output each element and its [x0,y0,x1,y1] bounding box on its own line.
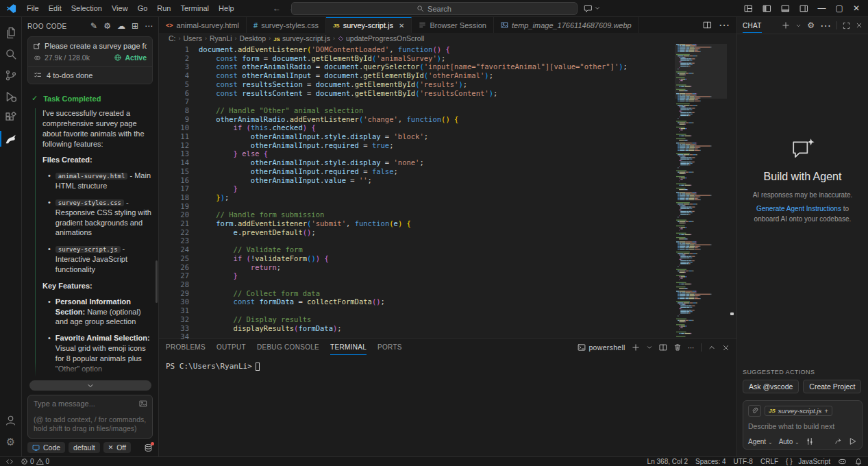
close-panel-button[interactable] [722,344,730,352]
auto-approve-toggle[interactable]: ✕ Off [103,442,131,453]
terminal-more-button[interactable]: ⋯ [688,344,695,352]
account-button[interactable] [0,410,22,431]
eol-sequence[interactable]: CRLF [760,458,778,465]
toggle-secondary-sidebar-button[interactable] [799,4,808,13]
new-terminal-button[interactable] [632,343,640,352]
voice-dictation-button[interactable] [834,437,843,445]
activity-item-search[interactable] [0,43,22,64]
task-card[interactable]: Please create a survey page for m... 27.… [27,36,153,84]
editor-tab[interactable]: JSsurvey-script.js✕ [326,17,412,33]
roo-code-sidebar: ROO CODE ✎ ⚙ ☁ ⊞ ⋯ Please create a surve… [22,17,159,456]
more-actions-button[interactable]: ⋯ [145,22,153,30]
mode-selector-code[interactable]: Code [27,442,65,453]
panel-tab-debug-console[interactable]: DEBUG CONSOLE [257,340,319,355]
customize-layout-button[interactable] [744,4,753,13]
terminal-dropdown-button[interactable] [646,344,653,351]
activity-item-extensions[interactable] [0,107,22,128]
cursor-position[interactable]: Ln 368, Col 2 [647,458,689,465]
close-tab-icon[interactable]: ✕ [399,22,404,29]
code-line [199,97,736,106]
command-center-search[interactable]: Search [291,2,578,15]
kill-terminal-button[interactable] [673,343,682,352]
maximize-panel-button[interactable] [708,343,716,352]
todos-row[interactable]: 4 to-dos done [28,67,152,84]
breadcrumb-segment[interactable]: C: [169,34,176,42]
history-back-button[interactable]: ← [273,3,281,13]
close-window-button[interactable]: ✕ [853,3,860,13]
scroll-to-bottom-button[interactable] [29,380,151,391]
menu-file[interactable]: File [22,2,44,14]
encoding[interactable]: UTF-8 [734,458,753,465]
breadcrumb-segment[interactable]: RyanLi [210,34,232,42]
menu-terminal[interactable]: Terminal [176,2,214,14]
code-editor[interactable]: 1234567891011121314151617181920212223242… [159,44,736,338]
panel-tab-problems[interactable]: PROBLEMS [166,340,206,355]
add-image-button[interactable] [139,400,147,408]
suggested-action-button[interactable]: Ask @vscode [743,380,799,393]
history-storage-button[interactable] [144,443,153,452]
minimap[interactable] [675,44,727,339]
breadcrumb-segment[interactable]: Desktop [240,34,266,42]
activity-item-roo-code[interactable] [0,128,22,149]
breadcrumb-segment[interactable]: Users [184,34,202,42]
editor-group: <>animal-survey.html#survey-styles.cssJS… [159,17,736,456]
terminal-output[interactable]: PS C:\Users\RyanLi> [159,356,736,371]
agent-mode-selector[interactable]: Agent ⌄ [748,438,773,445]
sidebar-scrollbar[interactable] [156,260,158,303]
manage-settings-button[interactable]: ⚙ [0,431,22,452]
problems-indicator[interactable]: 0 0 [21,458,49,465]
model-selector[interactable]: Auto ⌄ [779,438,799,445]
settings-button[interactable]: ⚙ [103,22,111,30]
breadcrumb-file[interactable]: JSsurvey-script.js [273,34,330,42]
menu-view[interactable]: View [107,2,133,14]
cloud-button[interactable]: ☁ [117,22,125,30]
suggested-action-button[interactable]: Create Project [803,380,861,393]
activity-item-run-debug[interactable] [0,86,22,107]
split-terminal-button[interactable] [659,343,667,352]
breadcrumb[interactable]: C:›Users›RyanLi›Desktop›JSsurvey-script.… [159,33,736,44]
marketplace-button[interactable]: ⊞ [132,22,138,30]
copilot-menu-button[interactable] [584,4,601,13]
menu-go[interactable]: Go [133,2,153,14]
editor-tab[interactable]: #survey-styles.css [247,17,326,33]
new-task-button[interactable]: ✎ [90,22,97,30]
menu-run[interactable]: Run [152,2,175,14]
chat-history[interactable]: ✓ Task Completed I've successfully creat… [22,88,158,380]
notifications-button[interactable] [854,458,863,466]
panel-tab-ports[interactable]: PORTS [377,340,402,355]
indentation[interactable]: Spaces: 4 [695,458,726,465]
editor-tab[interactable]: temp_image_1766114687609.webp [494,17,639,33]
copilot-status-button[interactable] [838,457,847,466]
editor-tab[interactable]: <>animal-survey.html [159,17,247,33]
panel-tab-terminal[interactable]: TERMINAL [330,340,367,355]
send-button[interactable] [849,437,857,445]
code-content[interactable]: document.addEventListener('DOMContentLoa… [189,44,736,338]
message-composer[interactable]: Type a message... (@ to add context, / f… [27,395,153,439]
editor-scrollbar[interactable] [727,44,736,338]
remote-indicator[interactable] [5,458,14,466]
minimize-button[interactable]: — [818,3,826,13]
editor-more-actions-button[interactable]: ⋯ [719,19,730,32]
menu-help[interactable]: Help [214,2,239,14]
panel-tab-output[interactable]: OUTPUT [216,340,246,355]
activity-item-explorer[interactable] [0,22,22,43]
menu-edit[interactable]: Edit [44,2,66,14]
attach-context-button[interactable] [748,405,761,417]
toggle-panel-button[interactable] [781,4,790,13]
profile-selector[interactable]: default [69,442,100,453]
context-attachment-chip[interactable]: JS survey-script.js + [765,406,832,416]
shell-label[interactable]: powershell [578,343,625,352]
activity-item-source-control[interactable] [0,64,22,86]
breadcrumb-symbol[interactable]: updateProgressOnScroll [338,34,424,42]
copilot-icon [838,457,847,466]
generate-instructions-link[interactable]: Generate Agent Instructions [756,205,841,212]
language-mode[interactable]: { } JavaScript [786,458,830,465]
toggle-primary-sidebar-button[interactable] [762,4,771,13]
maximize-button[interactable]: ▢ [836,3,843,13]
menu-selection[interactable]: Selection [66,2,107,14]
chat-input-box[interactable]: JS survey-script.js + Describe what to b… [743,400,863,450]
account-icon [5,415,16,426]
editor-tab[interactable]: Browser Session [412,17,494,33]
configure-tools-button[interactable] [806,437,814,445]
split-editor-button[interactable] [703,21,712,29]
